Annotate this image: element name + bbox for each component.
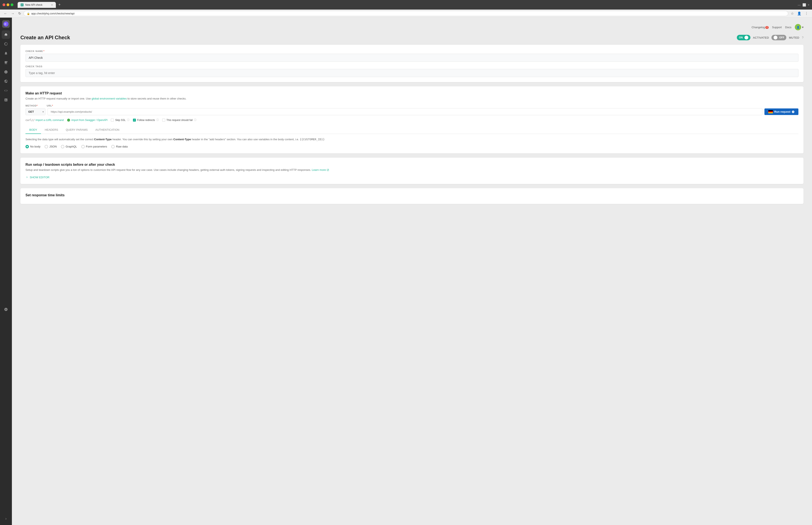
muted-help-icon[interactable]: ? [802, 36, 803, 39]
forward-button[interactable]: → [10, 11, 16, 16]
curl-import-wrap: curl// Import a cURL command [26, 119, 64, 122]
browser-tab[interactable]: ✓ New API check × [18, 2, 56, 8]
form-params-label: Form parameters [86, 145, 107, 148]
window-maximize-icon[interactable]: ⬜ [802, 3, 806, 6]
form-params-radio[interactable] [81, 145, 85, 148]
http-section-desc: Create an HTTP request manually or impor… [26, 97, 798, 100]
env-vars-link[interactable]: global environment variables [91, 97, 127, 100]
tab-authentication[interactable]: AUTHENTICATION [91, 126, 123, 134]
page-actions: ON ACTIVATED OFF MUTED ? [737, 35, 803, 40]
graphql-label: GraphQL [65, 145, 77, 148]
show-editor-label: SHOW EDITOR [30, 176, 49, 179]
tab-query-params[interactable]: QUERY PARAMS [62, 126, 91, 134]
traffic-lights [2, 3, 13, 6]
user-profile-icon[interactable]: 👤 [796, 11, 803, 16]
sidebar-item-global[interactable] [2, 77, 10, 86]
minimize-button[interactable] [6, 3, 9, 6]
raw-data-label: Raw data [116, 145, 128, 148]
skip-ssl-help-icon[interactable]: ⓘ [127, 118, 130, 122]
activated-toggle[interactable]: ON [737, 35, 750, 40]
browser-titlebar: ✓ New API check × + — ⬜ × [0, 0, 812, 10]
sidebar-item-reports[interactable] [2, 96, 10, 104]
method-select[interactable]: GET POST PUT DELETE PATCH [26, 108, 45, 115]
raw-data-radio[interactable] [111, 145, 115, 148]
import-curl-link[interactable]: Import a cURL command [35, 119, 64, 122]
user-avatar[interactable]: 👤 [795, 24, 801, 30]
new-tab-button[interactable]: + [57, 2, 62, 8]
check-name-input[interactable] [26, 54, 798, 62]
curl-prefix-text: curl// [26, 119, 34, 122]
sidebar-item-alerts[interactable] [2, 49, 10, 58]
tab-favicon: ✓ [20, 3, 24, 6]
sidebar-item-home[interactable] [2, 30, 10, 39]
back-button[interactable]: ← [2, 11, 9, 16]
http-section-title: Make an HTTP request [26, 91, 798, 95]
muted-label: MUTED [789, 36, 799, 39]
changelog-badge: 4 [765, 26, 769, 29]
follow-redirects-option[interactable]: Follow redirects ⓘ [133, 118, 159, 122]
import-swagger-link[interactable]: import from Swagger / OpenAPI [71, 119, 107, 122]
support-link[interactable]: Support [772, 26, 782, 29]
run-request-button[interactable]: Run request [765, 108, 798, 115]
check-name-field: CHECK NAME* [26, 50, 798, 62]
tab-headers[interactable]: HEADERS [41, 126, 62, 134]
request-fail-help-icon[interactable]: ⓘ [194, 118, 196, 122]
window-close-icon[interactable]: × [808, 3, 810, 6]
user-menu[interactable]: 👤 ▾ [795, 24, 803, 30]
json-option[interactable]: JSON [45, 145, 57, 148]
toggle-knob [744, 36, 748, 40]
show-editor-button[interactable]: SHOW EDITOR [26, 176, 798, 179]
raw-data-option[interactable]: Raw data [111, 145, 128, 148]
scripts-section-desc: Setup and teardown scripts give you a to… [26, 168, 798, 171]
docs-link[interactable]: Docs [785, 26, 792, 29]
svg-text:👤: 👤 [797, 26, 800, 29]
muted-toggle[interactable]: OFF [771, 35, 786, 40]
sidebar-item-monitors[interactable] [2, 58, 10, 67]
request-fail-checkbox[interactable] [162, 119, 165, 122]
json-radio[interactable] [45, 145, 48, 148]
request-fail-label: This request should fail [166, 119, 193, 122]
request-fail-option[interactable]: This request should fail ⓘ [162, 118, 196, 122]
body-content: Selecting the data type will automatical… [26, 137, 798, 148]
menu-icon[interactable]: ⋮ [803, 11, 810, 16]
follow-redirects-checkbox[interactable] [133, 119, 136, 122]
check-tags-input[interactable] [26, 69, 798, 77]
response-section-title: Set response time limits [26, 193, 798, 197]
skip-ssl-option[interactable]: Skip SSL ⓘ [111, 118, 129, 122]
refresh-button[interactable]: ↻ [17, 11, 22, 16]
changelog-link[interactable]: Changelog4 [752, 26, 768, 29]
method-select-wrap: GET POST PUT DELETE PATCH ▾ [26, 108, 45, 115]
sidebar-expand-button[interactable] [2, 514, 10, 523]
activated-toggle-label: ON [739, 36, 743, 39]
close-button[interactable] [2, 3, 5, 6]
follow-redirects-help-icon[interactable]: ⓘ [156, 118, 159, 122]
graphql-option[interactable]: GraphQL [61, 145, 77, 148]
body-type-radio-group: No body JSON GraphQL Form parameters [26, 145, 798, 148]
learn-more-link[interactable]: Learn more [312, 168, 329, 171]
sidebar-logo[interactable]: C [2, 20, 10, 28]
follow-redirects-label: Follow redirects [137, 119, 155, 122]
no-body-option[interactable]: No body [26, 145, 40, 148]
sidebar-item-insights[interactable] [2, 68, 10, 76]
page-title: Create an API Check [20, 34, 70, 41]
main-content: Changelog4 Support Docs 👤 ▾ Create an AP… [12, 18, 812, 525]
graphql-radio[interactable] [61, 145, 64, 148]
method-url-labels: METHOD* URL* [26, 104, 798, 107]
sidebar-item-code[interactable] [2, 86, 10, 95]
activated-label: ACTIVATED [753, 36, 769, 39]
check-tags-field: CHECK TAGS [26, 65, 798, 77]
window-minimize-icon[interactable]: — [798, 3, 801, 6]
tab-body[interactable]: BODY [26, 126, 41, 134]
bookmark-icon[interactable]: ☆ [789, 11, 795, 16]
tab-close-icon[interactable]: × [51, 3, 53, 6]
maximize-button[interactable] [11, 3, 13, 6]
user-chevron-icon[interactable]: ▾ [802, 26, 803, 29]
no-body-radio[interactable] [26, 145, 29, 148]
sidebar-item-activity[interactable] [2, 40, 10, 48]
method-url-row: GET POST PUT DELETE PATCH ▾ Run r [26, 108, 798, 115]
skip-ssl-checkbox[interactable] [111, 119, 114, 122]
sidebar-item-deploy[interactable] [2, 305, 10, 314]
address-bar[interactable]: 🔒 app.checklyhq.com/checks/new/api [24, 11, 788, 16]
form-params-option[interactable]: Form parameters [81, 145, 107, 148]
url-input[interactable] [47, 108, 762, 115]
